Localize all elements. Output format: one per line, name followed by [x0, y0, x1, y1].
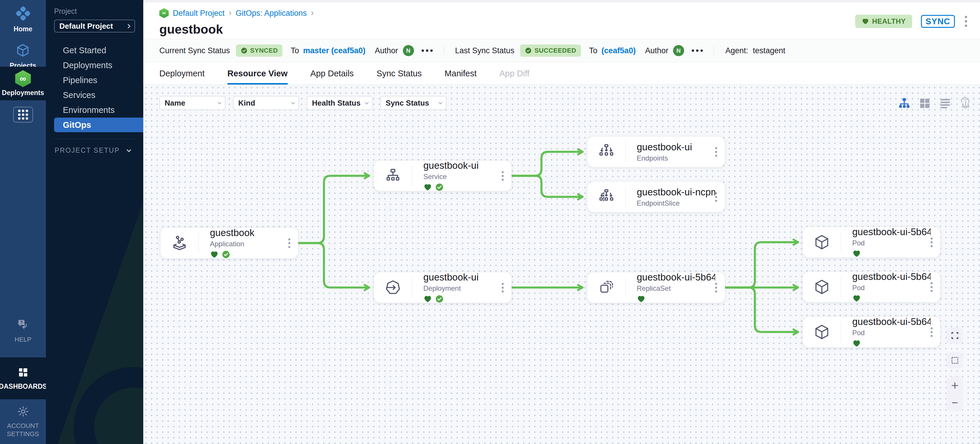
chevron-down-icon: [127, 148, 131, 153]
filter-kind[interactable]: Kind: [233, 96, 299, 110]
module-switcher-button[interactable]: [13, 107, 33, 123]
node-kebab-menu[interactable]: [288, 239, 290, 248]
filter-label: Kind: [238, 99, 255, 108]
sidebar-item-gitops[interactable]: GitOps: [54, 118, 143, 132]
fullscreen-button[interactable]: [947, 328, 963, 344]
node-kind: Pod: [852, 329, 931, 337]
resource-node-service[interactable]: guestbook-uiService: [374, 160, 512, 191]
node-kebab-menu[interactable]: [931, 327, 933, 337]
tree-edges: [143, 85, 980, 444]
node-kebab-menu[interactable]: [502, 283, 504, 293]
node-body: guestbook-uiDeployment: [412, 272, 502, 303]
node-kebab-menu[interactable]: [715, 283, 717, 293]
fullscreen-icon: [950, 331, 959, 340]
project-selector[interactable]: Default Project: [54, 20, 135, 32]
resource-node-endpoints[interactable]: guestbook-uiEndpoints: [587, 136, 725, 167]
node-name: guestbook-ui-5b64f6959...: [852, 226, 931, 237]
minus-icon: [950, 398, 959, 407]
svg-text:?: ?: [20, 320, 23, 325]
node-body: guestbook-ui-5b64f6959...Pod: [841, 226, 931, 258]
rail-mid-block: ? HELP: [0, 100, 46, 357]
check-circle-icon: [240, 47, 248, 54]
node-kind: ReplicaSet: [637, 284, 715, 293]
node-kind: Pod: [852, 239, 931, 247]
node-kebab-menu[interactable]: [715, 147, 717, 157]
filter-name[interactable]: Name: [159, 96, 226, 110]
rail-label-home: Home: [14, 25, 32, 33]
chevron-down-icon: [291, 100, 295, 104]
project-setup-toggle[interactable]: PROJECT SETUP: [54, 139, 143, 154]
rail-item-help[interactable]: ? HELP: [14, 318, 31, 344]
tab-deployment[interactable]: Deployment: [159, 62, 205, 84]
node-kebab-menu[interactable]: [715, 192, 717, 202]
synced-check-icon: [435, 183, 444, 192]
resource-node-replicaset[interactable]: guestbook-ui-5b64f69597ReplicaSet: [587, 272, 725, 303]
node-name: guestbook: [210, 227, 288, 239]
node-kebab-menu[interactable]: [502, 171, 504, 181]
tab-sync-status[interactable]: Sync Status: [377, 62, 422, 84]
network-view-toggle[interactable]: [959, 97, 972, 111]
breadcrumb-project-link[interactable]: Default Project: [173, 9, 224, 18]
sidebar-item-deployments[interactable]: Deployments: [54, 58, 143, 73]
project-section-label: Project: [54, 7, 143, 16]
page-kebab-menu[interactable]: [964, 14, 968, 28]
synced-check-icon: [222, 250, 231, 259]
more-actions-menu[interactable]: [422, 49, 433, 52]
rail-item-account-settings[interactable]: ACCOUNT SETTINGS: [4, 406, 42, 438]
resource-node-pod[interactable]: guestbook-ui-5b64f6959...Pod: [803, 271, 940, 302]
endpointslice-icon: [587, 189, 625, 205]
author-avatar[interactable]: N: [673, 45, 684, 56]
git-revision-link[interactable]: master (ceaf5a0): [303, 46, 366, 55]
sync-status-badge: SUCCEEDED: [520, 45, 581, 57]
tree-view-toggle[interactable]: [897, 97, 911, 111]
pod-icon: [803, 234, 841, 250]
rail-item-dashboards[interactable]: DASHBOARDS: [0, 366, 47, 390]
to-label: To: [589, 46, 598, 55]
resource-node-deployment[interactable]: guestbook-uiDeployment: [374, 272, 512, 303]
tree-view-icon: [898, 97, 910, 111]
view-toggles: [897, 97, 972, 111]
filter-health-status[interactable]: Health Status: [307, 96, 373, 110]
chevron-down-icon: [439, 100, 442, 104]
resource-tree-canvas[interactable]: NameKindHealth StatusSync Status guestbo…: [143, 85, 980, 444]
node-kebab-menu[interactable]: [931, 237, 933, 247]
list-view-toggle[interactable]: [939, 97, 952, 111]
tab-manifest[interactable]: Manifest: [445, 62, 477, 84]
rail-item-home[interactable]: Home: [14, 6, 32, 33]
rail-item-deployments[interactable]: ∞ Deployments: [2, 70, 44, 97]
sidebar-item-services[interactable]: Services: [54, 88, 143, 102]
healthy-heart-icon: [423, 294, 432, 303]
tab-resource-view[interactable]: Resource View: [228, 62, 288, 84]
grid-view-toggle[interactable]: [918, 97, 931, 111]
select-area-button[interactable]: [947, 352, 963, 368]
rail-item-projects[interactable]: Projects: [10, 43, 36, 70]
node-name: guestbook-ui: [423, 272, 502, 283]
resource-node-pod[interactable]: guestbook-ui-5b64f6959...Pod: [803, 227, 940, 258]
deployment-icon: [374, 279, 412, 296]
author-avatar[interactable]: N: [403, 45, 414, 56]
sidebar-item-environments[interactable]: Environments: [54, 103, 143, 117]
node-kebab-menu[interactable]: [931, 282, 933, 292]
more-actions-menu[interactable]: [692, 49, 703, 52]
list-view-icon: [939, 97, 951, 111]
zoom-out-button[interactable]: [947, 394, 963, 411]
filter-sync-status[interactable]: Sync Status: [380, 96, 446, 110]
node-body: guestbook-ui-5b64f6959...Pod: [841, 316, 931, 348]
git-revision-link[interactable]: (ceaf5a0): [601, 46, 636, 55]
home-icon: [16, 6, 31, 22]
resource-node-pod[interactable]: guestbook-ui-5b64f6959...Pod: [803, 317, 940, 347]
projects-icon: [16, 43, 30, 59]
chevron-down-icon: [218, 100, 221, 104]
zoom-in-button[interactable]: [947, 377, 963, 394]
breadcrumb-applications-link[interactable]: GitOps: Applications: [235, 9, 307, 18]
grid-view-icon: [919, 97, 931, 111]
plus-icon: [950, 381, 959, 390]
resource-node-application[interactable]: guestbookApplication: [160, 228, 298, 259]
resource-node-endpointslice[interactable]: guestbook-ui-ncpmrEndpointSlice: [587, 181, 725, 212]
sync-status-label: Current Sync Status: [159, 46, 230, 55]
sidebar-item-pipelines[interactable]: Pipelines: [54, 73, 143, 88]
tab-app-details[interactable]: App Details: [310, 62, 354, 84]
sync-button[interactable]: SYNC: [921, 15, 955, 28]
tab-bar: DeploymentResource ViewApp DetailsSync S…: [143, 62, 980, 85]
sidebar-item-get-started[interactable]: Get Started: [54, 43, 143, 57]
